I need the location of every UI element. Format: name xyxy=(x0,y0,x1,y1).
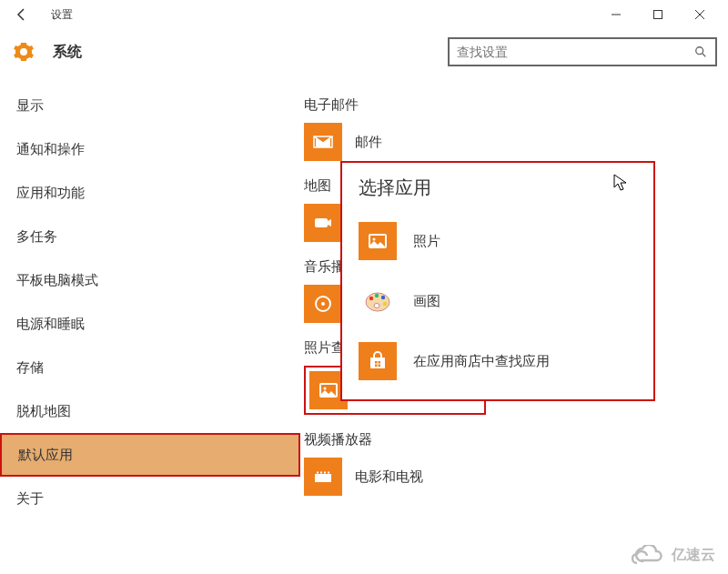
sidebar-item-tablet-mode[interactable]: 平板电脑模式 xyxy=(0,258,300,302)
sidebar-item-label: 脱机地图 xyxy=(16,403,71,420)
movies-icon xyxy=(304,458,342,496)
back-button[interactable] xyxy=(7,0,36,29)
close-button[interactable] xyxy=(679,0,721,29)
popup-item-label: 画图 xyxy=(413,293,440,310)
popup-item-paint[interactable]: 画图 xyxy=(359,277,637,326)
svg-line-5 xyxy=(703,54,706,57)
paint-icon xyxy=(359,282,397,320)
sidebar-item-notifications[interactable]: 通知和操作 xyxy=(0,127,300,171)
app-name: 电影和电视 xyxy=(355,468,423,486)
popup-item-photos[interactable]: 照片 xyxy=(359,217,637,266)
sidebar-item-multitask[interactable]: 多任务 xyxy=(0,215,300,258)
svg-rect-14 xyxy=(320,472,322,474)
sidebar-item-power-sleep[interactable]: 电源和睡眠 xyxy=(0,302,300,346)
sidebar-item-label: 显示 xyxy=(16,97,44,115)
app-name: 邮件 xyxy=(355,134,382,151)
window-title: 设置 xyxy=(51,7,73,23)
svg-rect-13 xyxy=(317,472,318,474)
popup-item-label: 在应用商店中查找应用 xyxy=(413,353,550,370)
store-icon xyxy=(359,342,397,380)
sidebar-item-label: 存储 xyxy=(16,359,44,377)
search-icon[interactable] xyxy=(693,45,708,59)
svg-point-21 xyxy=(375,294,379,297)
minimize-button[interactable] xyxy=(595,0,637,29)
header: 系统 xyxy=(0,29,728,75)
popup-title: 选择应用 xyxy=(359,176,637,200)
content: 电子邮件 邮件 地图 音乐播 照片查 照片 视频播放器 xyxy=(300,75,728,574)
svg-point-24 xyxy=(374,304,379,308)
sidebar-item-storage[interactable]: 存储 xyxy=(0,346,300,389)
sidebar-item-about[interactable]: 关于 xyxy=(0,477,300,520)
disc-icon xyxy=(304,285,342,323)
watermark: 亿速云 xyxy=(632,545,715,565)
svg-rect-1 xyxy=(654,11,662,19)
svg-point-23 xyxy=(383,302,387,306)
sidebar-item-display[interactable]: 显示 xyxy=(0,84,300,127)
search-input[interactable] xyxy=(457,45,693,59)
svg-rect-27 xyxy=(379,361,381,364)
default-app-video[interactable]: 电影和电视 xyxy=(304,458,728,496)
cursor-icon xyxy=(613,174,628,196)
choose-app-popup: 选择应用 照片 画图 在应用商店中查找应用 xyxy=(340,161,655,401)
window-controls xyxy=(595,0,721,29)
sidebar-item-label: 应用和功能 xyxy=(16,185,85,202)
sidebar-item-label: 平板电脑模式 xyxy=(16,272,98,289)
search-box[interactable] xyxy=(448,37,717,66)
svg-point-10 xyxy=(324,388,327,390)
default-app-email[interactable]: 邮件 xyxy=(304,123,728,161)
photos-icon xyxy=(359,222,397,260)
titlebar: 设置 xyxy=(0,0,728,29)
svg-point-20 xyxy=(369,297,373,300)
sidebar-item-label: 关于 xyxy=(16,490,44,508)
section-video-label: 视频播放器 xyxy=(304,431,728,448)
svg-point-4 xyxy=(696,47,703,55)
watermark-text: 亿速云 xyxy=(672,546,715,565)
sidebar-item-apps-features[interactable]: 应用和功能 xyxy=(0,171,300,215)
mail-icon xyxy=(304,123,342,161)
gear-icon xyxy=(11,39,36,65)
svg-rect-28 xyxy=(375,365,378,368)
section-email-label: 电子邮件 xyxy=(304,96,728,114)
svg-point-8 xyxy=(321,302,325,306)
svg-point-22 xyxy=(381,296,385,299)
camera-icon xyxy=(304,204,342,242)
sidebar: 显示 通知和操作 应用和功能 多任务 平板电脑模式 电源和睡眠 存储 脱机地图 … xyxy=(0,75,300,574)
svg-rect-16 xyxy=(328,472,329,474)
svg-rect-15 xyxy=(324,472,326,474)
popup-item-store[interactable]: 在应用商店中查找应用 xyxy=(359,337,637,386)
page-title: 系统 xyxy=(53,43,82,62)
svg-rect-25 xyxy=(370,357,385,368)
sidebar-item-label: 电源和睡眠 xyxy=(16,316,85,333)
svg-rect-6 xyxy=(315,218,328,227)
sidebar-item-default-apps[interactable]: 默认应用 xyxy=(0,433,300,477)
svg-rect-29 xyxy=(379,365,381,368)
sidebar-item-label: 通知和操作 xyxy=(16,141,85,158)
svg-point-18 xyxy=(373,238,376,241)
sidebar-item-offline-maps[interactable]: 脱机地图 xyxy=(0,389,300,433)
maximize-button[interactable] xyxy=(637,0,679,29)
sidebar-item-label: 默认应用 xyxy=(18,447,73,464)
popup-item-label: 照片 xyxy=(413,233,440,250)
svg-rect-26 xyxy=(375,361,378,364)
sidebar-item-label: 多任务 xyxy=(16,228,57,246)
